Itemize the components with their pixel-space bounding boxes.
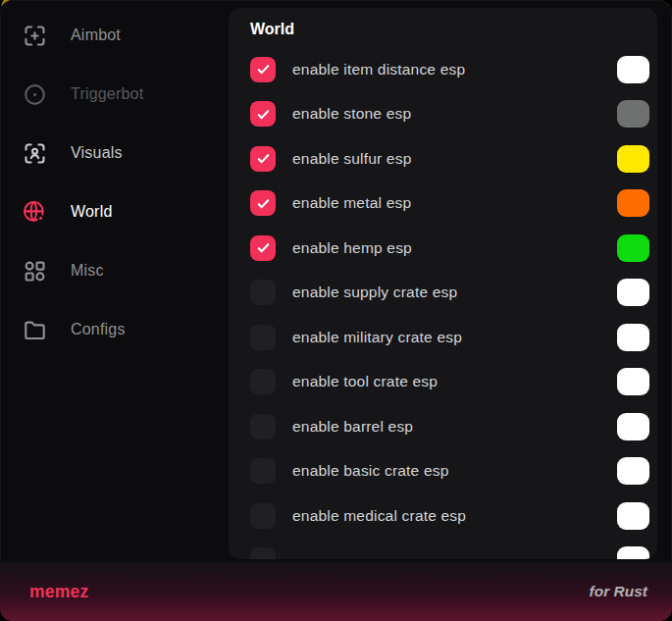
esp-option-label: enable stone esp <box>292 105 617 123</box>
esp-option-label: enable item distance esp <box>292 61 617 78</box>
esp-option-row: enable tool crate esp <box>250 360 649 405</box>
esp-option-row: enable military crate esp <box>250 315 649 360</box>
esp-option-row: enable basic crate esp <box>250 449 649 494</box>
sidebar-item-visuals[interactable]: Visuals <box>0 124 229 182</box>
color-swatch[interactable] <box>617 279 649 306</box>
esp-option-label: enable supply crate esp <box>292 284 617 301</box>
checkbox-unchecked[interactable] <box>250 325 276 350</box>
checkbox-checked[interactable] <box>250 101 276 127</box>
globe-star-icon <box>22 199 48 226</box>
color-swatch[interactable] <box>617 56 649 83</box>
color-swatch[interactable] <box>617 457 649 485</box>
checkbox-unchecked[interactable] <box>250 458 276 484</box>
esp-option-label: enable medical crate esp <box>292 507 617 525</box>
crosshair-icon <box>22 23 48 49</box>
checkbox-unchecked[interactable] <box>250 280 276 305</box>
color-swatch[interactable] <box>617 368 649 395</box>
sidebar-item-misc[interactable]: Misc <box>0 241 229 300</box>
footer-bar: memez for Rust <box>0 562 672 621</box>
color-swatch[interactable] <box>617 145 649 173</box>
esp-option-row: enable sulfur esp <box>250 136 649 181</box>
color-swatch[interactable] <box>617 189 649 217</box>
sidebar-item-triggerbot[interactable]: Triggerbot <box>0 65 229 124</box>
esp-option-label: enable barrel esp <box>292 418 617 436</box>
checkbox-checked[interactable] <box>250 57 276 82</box>
esp-option-label: enable basic crate esp <box>292 462 617 480</box>
esp-option-row: enable metal esp <box>250 181 649 227</box>
color-swatch[interactable] <box>617 100 649 128</box>
esp-option-label: enable sulfur esp <box>292 150 617 168</box>
checkbox-checked[interactable] <box>250 146 276 172</box>
sidebar-item-label: Visuals <box>71 144 123 162</box>
sidebar-item-aimbot[interactable]: Aimbot <box>0 6 229 65</box>
esp-option-row <box>250 539 649 560</box>
color-swatch[interactable] <box>617 413 649 440</box>
checkbox-checked[interactable] <box>250 235 276 261</box>
checkbox-unchecked[interactable] <box>250 547 276 559</box>
panel-title: World <box>250 21 649 47</box>
color-swatch[interactable] <box>617 234 649 262</box>
esp-option-label: enable hemp esp <box>292 239 617 257</box>
sidebar-item-label: Misc <box>71 262 104 280</box>
checkbox-unchecked[interactable] <box>250 369 276 394</box>
scan-person-icon <box>22 140 48 167</box>
sidebar: AimbotTriggerbotVisualsWorldMiscConfigs <box>0 6 229 359</box>
color-swatch[interactable] <box>617 502 649 530</box>
esp-option-row: enable supply crate esp <box>250 271 649 316</box>
color-swatch[interactable] <box>617 324 649 351</box>
esp-option-label: enable military crate esp <box>292 329 617 346</box>
esp-option-row: enable item distance esp <box>250 47 649 92</box>
esp-option-row: enable stone esp <box>250 92 649 137</box>
esp-option-label: enable tool crate esp <box>292 373 617 390</box>
esp-option-row: enable medical crate esp <box>250 493 649 539</box>
checkbox-unchecked[interactable] <box>250 503 276 529</box>
world-panel: World enable item distance espenable sto… <box>229 8 657 559</box>
sidebar-item-configs[interactable]: Configs <box>0 300 229 359</box>
sidebar-item-label: Triggerbot <box>71 85 143 103</box>
sidebar-item-label: World <box>71 203 113 221</box>
color-swatch[interactable] <box>617 546 649 559</box>
esp-option-list: enable item distance espenable stone esp… <box>250 47 649 559</box>
brand-name: memez <box>29 582 88 602</box>
checkbox-checked[interactable] <box>250 190 276 216</box>
sidebar-item-world[interactable]: World <box>0 182 229 241</box>
checkbox-unchecked[interactable] <box>250 414 276 440</box>
cheat-menu-window: AimbotTriggerbotVisualsWorldMiscConfigs … <box>0 0 672 621</box>
sidebar-item-label: Configs <box>71 321 126 338</box>
esp-option-label: enable metal esp <box>292 194 617 212</box>
target-icon <box>22 81 48 108</box>
screen: AimbotTriggerbotVisualsWorldMiscConfigs … <box>0 0 672 621</box>
folder-icon <box>22 317 48 343</box>
shapes-grid-icon <box>22 258 48 285</box>
brand-suffix: for Rust <box>590 583 647 600</box>
sidebar-item-label: Aimbot <box>71 26 121 44</box>
esp-option-row: enable hemp esp <box>250 226 649 271</box>
esp-option-row: enable barrel esp <box>250 404 649 449</box>
